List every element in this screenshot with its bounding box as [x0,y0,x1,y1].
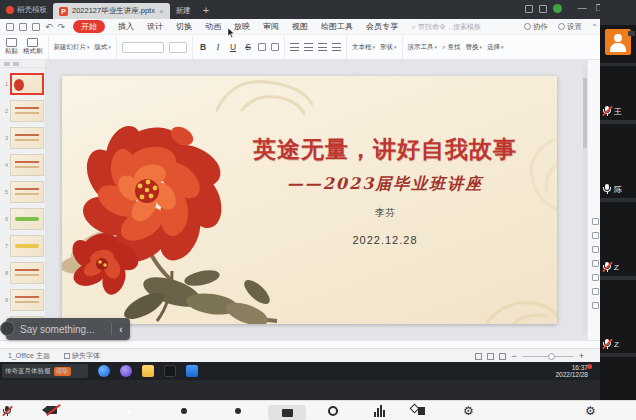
redo-icon[interactable]: ↷ [58,23,66,31]
slideshow-view-icon[interactable] [499,353,506,360]
slide-thumbnail-8[interactable] [10,262,44,284]
collaborate-button[interactable]: 协作 [524,22,548,32]
wps-account-icon[interactable] [553,4,562,13]
ribbon-tab-视图[interactable]: 视图 [292,21,308,32]
command-search[interactable]: ⌕ 查找命令，搜索模板 [412,22,481,32]
meeting-app-icon[interactable] [120,365,132,377]
new-slide-button[interactable]: 新建幻灯片 [54,43,90,52]
font-name-select[interactable] [122,42,164,53]
font-color-icon[interactable] [258,43,266,51]
vertical-scrollbar-thumb[interactable] [583,78,587,148]
slide-1[interactable]: 英途无量，讲好自我故事 ——2023届毕业班讲座 李芬 2022.12.28 [62,76,557,324]
align-left-icon[interactable] [290,43,299,51]
ribbon-tab-审阅[interactable]: 审阅 [263,21,279,32]
strikethrough-button[interactable]: S [243,42,253,52]
panel-toggle-icon[interactable] [592,302,599,309]
slide-sorter-icon[interactable] [487,353,494,360]
favorites-icon[interactable] [592,246,599,253]
presenter-tools-button[interactable]: 演示工具 [408,43,438,52]
ribbon-tab-放映[interactable]: 放映 [234,21,250,32]
slide-thumbnail-4[interactable] [10,154,44,176]
wps-taskbar-icon[interactable] [186,365,198,377]
participant-tile-3[interactable]: 陈 [600,124,636,198]
underline-button[interactable]: U [228,42,238,52]
zoom-out-button[interactable]: − [511,351,516,361]
more-settings-gear-icon[interactable]: ⚙ [585,405,596,417]
missing-font-indicator[interactable]: 缺失字体 [64,351,100,361]
slide-thumbnail-7[interactable] [10,235,44,257]
normal-view-icon[interactable] [475,353,482,360]
slide-subtitle[interactable]: ——2023届毕业班讲座 [220,174,550,195]
ribbon-tab-设计[interactable]: 设计 [147,21,163,32]
participant-tile-1[interactable] [600,25,636,63]
find-button[interactable]: ⌕ 查找 [442,43,460,52]
close-tab-icon[interactable]: × [159,7,164,16]
slide-thumbnail-3[interactable] [10,127,44,149]
help-icon[interactable] [592,274,599,281]
clipboard-icon[interactable] [592,260,599,267]
participant-tile-2[interactable]: 王 [600,66,636,120]
settings-gear-icon[interactable]: ⚙ [463,405,474,417]
new-document-tab[interactable]: 新建 [170,3,197,19]
select-button[interactable]: 选择 [487,43,504,52]
properties-icon[interactable] [592,218,599,225]
notes-strip[interactable]: 单击此处添加备注 [0,340,622,348]
slide-date[interactable]: 2022.12.28 [220,234,550,246]
layout-button[interactable]: 版式 [95,43,112,52]
undo-icon[interactable]: ↶ [45,23,53,31]
slide-thumbnail-2[interactable] [10,100,44,122]
textbox-button[interactable]: 文本框 [352,43,375,52]
ribbon-tab-会员专享[interactable]: 会员专享 [366,21,398,32]
format-painter-button[interactable]: 格式刷 [23,38,43,56]
wps-home-button[interactable]: 稻壳模板 [0,0,53,19]
font-size-select[interactable] [169,42,187,53]
chat-input[interactable]: Say something... [20,324,111,335]
slide-thumbnail-9[interactable] [10,289,44,311]
italic-button[interactable]: I [213,42,223,52]
ribbon-tab-插入[interactable]: 插入 [118,21,134,32]
line-spacing-icon[interactable] [332,43,341,51]
taskbar-clock[interactable]: 16:37 2022/12/28 [555,364,588,378]
save-icon[interactable] [19,23,27,31]
learning-app-icon[interactable] [164,365,176,377]
panel-view-tabs[interactable] [0,60,45,68]
collapse-ribbon-icon[interactable]: ⌃ [591,23,598,32]
highlight-color-icon[interactable] [271,43,279,51]
participants-icon[interactable] [181,408,187,414]
add-tab-button[interactable]: + [203,4,209,16]
slide-thumbnail-6[interactable] [10,208,44,230]
shapes-button[interactable]: 形状 [380,43,397,52]
replace-button[interactable]: 替换 [466,43,483,52]
minimize-button[interactable]: — [578,3,587,13]
interface-icon[interactable] [539,5,547,13]
layout-switch-icon[interactable] [525,5,533,13]
slide-thumbnail-5[interactable] [10,181,44,203]
resources-icon[interactable] [592,288,599,295]
ribbon-tab-动画[interactable]: 动画 [205,21,221,32]
record-icon[interactable] [328,406,338,416]
settings-button[interactable]: 设置 [558,22,582,32]
active-tool-button[interactable] [268,405,306,420]
zoom-slider-knob[interactable] [548,353,555,360]
audio-levels-icon[interactable] [374,405,385,417]
paste-button[interactable]: 粘贴 [5,38,18,56]
taskbar-news-widget[interactable]: 传奇蓝月体验服 领取 [2,364,88,378]
animation-pane-icon[interactable] [592,232,599,239]
participant-tile-5[interactable]: Z [600,280,636,353]
bold-button[interactable]: B [198,42,208,52]
zoom-slider[interactable] [522,356,574,357]
participant-tile-4[interactable]: Z [600,202,636,276]
document-tab[interactable]: P 2022127毕业生讲座.pptx × [53,3,170,19]
print-icon[interactable] [32,23,40,31]
chat-collapse-icon[interactable]: ‹ [112,324,130,335]
browser-icon[interactable] [98,365,110,377]
menu-icon[interactable] [6,23,14,31]
slide-speaker-name[interactable]: 李芬 [220,206,550,220]
align-center-icon[interactable] [304,43,313,51]
slide-title[interactable]: 英途无量，讲好自我故事 [220,134,550,165]
participant-tile-6[interactable] [600,357,636,400]
ribbon-tab-start[interactable]: 开始 [73,20,105,33]
bullet-list-icon[interactable] [318,43,327,51]
zoom-in-button[interactable]: + [579,351,584,361]
chat-icon[interactable] [235,408,241,414]
